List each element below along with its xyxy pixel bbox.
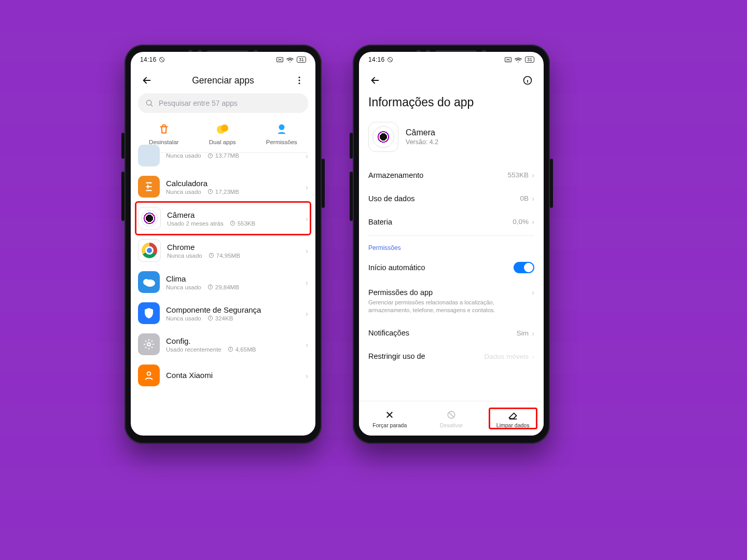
notif-label: Notificações: [368, 329, 409, 337]
chevron-right-icon: ›: [306, 246, 308, 255]
chevron-right-icon: ›: [306, 278, 308, 287]
app-icon-xiaomi: [138, 365, 160, 386]
status-bar: 14:16 31: [131, 52, 315, 67]
dnd-icon: [159, 57, 165, 63]
section-permissions-label: Permissões: [359, 238, 544, 255]
app-row[interactable]: CalculadoraNunca usado17,23MB›: [131, 171, 315, 202]
app-icon-calculator: [138, 176, 160, 198]
battery-label: Bateria: [368, 218, 392, 226]
app-row[interactable]: Config.Usado recentemente4,65MB›: [131, 329, 315, 360]
close-icon: [385, 410, 394, 419]
appperms-desc: Gerenciar permissões relacionadas a loca…: [368, 299, 534, 314]
quick-uninstall[interactable]: Desinstalar: [149, 122, 179, 145]
app-size: 29,84MB: [215, 284, 239, 290]
info-icon: [522, 75, 533, 86]
chevron-right-icon: ›: [306, 183, 308, 191]
app-name: Câmera: [406, 128, 438, 137]
svg-point-19: [147, 372, 151, 375]
svg-point-3: [299, 80, 300, 81]
search-icon: [145, 99, 154, 107]
restrict-value: Dados móveis: [484, 353, 529, 360]
row-battery[interactable]: Bateria 0,0%›: [359, 210, 544, 233]
app-name: Componente de Segurança: [166, 305, 299, 314]
page-title: Gerenciar apps: [156, 75, 290, 86]
quick-permissions[interactable]: Permissões: [266, 122, 297, 145]
row-storage[interactable]: Armazenamento 553KB›: [359, 163, 544, 187]
app-icon-unknown: [138, 145, 160, 166]
permissions-icon: [276, 123, 287, 135]
quick-dual-apps[interactable]: Dual apps: [209, 122, 236, 145]
app-name: Conta Xiaomi: [166, 371, 299, 380]
chevron-right-icon: ›: [306, 309, 308, 318]
app-row[interactable]: Nunca usado13,77MB›: [131, 145, 315, 171]
clear-data-label: Limpar dados: [496, 422, 530, 428]
cast-icon: [276, 57, 283, 62]
app-row[interactable]: Conta Xiaomi›: [131, 360, 315, 391]
chevron-right-icon: ›: [532, 329, 534, 338]
chevron-right-icon: ›: [306, 340, 308, 349]
status-bar: 14:16 31: [359, 52, 544, 67]
status-time: 14:16: [368, 56, 385, 63]
svg-point-5: [146, 100, 151, 105]
back-button[interactable]: [366, 75, 384, 86]
app-usage: Nunca usado: [166, 152, 201, 159]
wifi-icon: [286, 57, 294, 63]
chevron-right-icon: ›: [532, 171, 534, 179]
row-app-permissions[interactable]: Permissões do app › Gerenciar permissões…: [359, 281, 544, 321]
app-size: 13,77MB: [215, 152, 239, 159]
app-row[interactable]: ChromeNunca usado74,95MB›: [131, 234, 315, 267]
arrow-left-icon: [141, 75, 153, 86]
phone-left: 14:16 31 Gerenciar apps Pesquisar entre …: [125, 45, 322, 444]
app-icon-camera: [138, 207, 161, 230]
overflow-menu[interactable]: [290, 75, 308, 86]
volume-up-btn: [121, 133, 125, 159]
screen-app-info: 14:16 31 Informações do app Câmera: [359, 52, 544, 436]
app-icon-chrome: [138, 239, 161, 262]
clear-data-button[interactable]: Limpar dados: [490, 410, 536, 428]
autostart-toggle[interactable]: [514, 262, 534, 273]
storage-icon: [228, 346, 233, 352]
info-button[interactable]: [519, 75, 536, 86]
app-icon-security: [138, 302, 160, 324]
app-size: 324KB: [215, 315, 233, 321]
app-usage: Nunca usado: [167, 253, 202, 259]
app-icon-weather: [138, 271, 160, 293]
storage-icon: [208, 153, 213, 159]
bottom-action-bar: Forçar parada Desativar Limpar dados: [359, 401, 544, 436]
back-button[interactable]: [138, 75, 156, 86]
row-autostart[interactable]: Início automático: [359, 255, 544, 281]
row-restrict-data[interactable]: Restringir uso de Dados móveis›: [359, 345, 544, 368]
app-usage: Nunca usado: [166, 189, 201, 195]
storage-icon: [208, 315, 213, 321]
app-row[interactable]: ClimaNunca usado29,84MB›: [131, 267, 315, 298]
row-data-usage[interactable]: Uso de dados 0B›: [359, 187, 544, 210]
battery-icon: 31: [525, 57, 534, 63]
app-name: Câmera: [167, 211, 299, 219]
restrict-label: Restringir uso de: [368, 352, 425, 360]
app-name: Calculadora: [166, 179, 299, 188]
storage-label: Armazenamento: [368, 171, 423, 179]
battery-value: 0,0%: [513, 218, 529, 226]
app-row[interactable]: Componente de SegurançaNunca usado324KB›: [131, 298, 315, 329]
storage-value: 553KB: [507, 171, 529, 179]
force-stop-button[interactable]: Forçar parada: [366, 410, 413, 428]
data-label: Uso de dados: [368, 194, 414, 203]
row-notifications[interactable]: Notificações Sim›: [359, 321, 544, 345]
force-stop-label: Forçar parada: [372, 422, 407, 428]
dual-apps-icon: [216, 123, 229, 135]
app-row[interactable]: CâmeraUsado 2 meses atrás553KB›: [131, 202, 315, 234]
volume-down-btn: [350, 172, 353, 221]
eraser-icon: [508, 410, 518, 419]
chevron-right-icon: ›: [532, 217, 534, 226]
phone-right: 14:16 31 Informações do app Câmera: [353, 45, 550, 444]
volume-up-btn: [350, 133, 353, 159]
svg-point-17: [147, 343, 150, 346]
appperms-label: Permissões do app: [368, 288, 433, 297]
search-input[interactable]: Pesquisar entre 57 apps: [138, 93, 308, 113]
app-size: 74,95MB: [216, 253, 240, 259]
app-icon-settings: [138, 333, 160, 355]
app-size: 4,65MB: [236, 346, 256, 353]
storage-icon: [209, 253, 214, 258]
svg-point-7: [221, 124, 228, 132]
app-name: Clima: [166, 274, 299, 283]
